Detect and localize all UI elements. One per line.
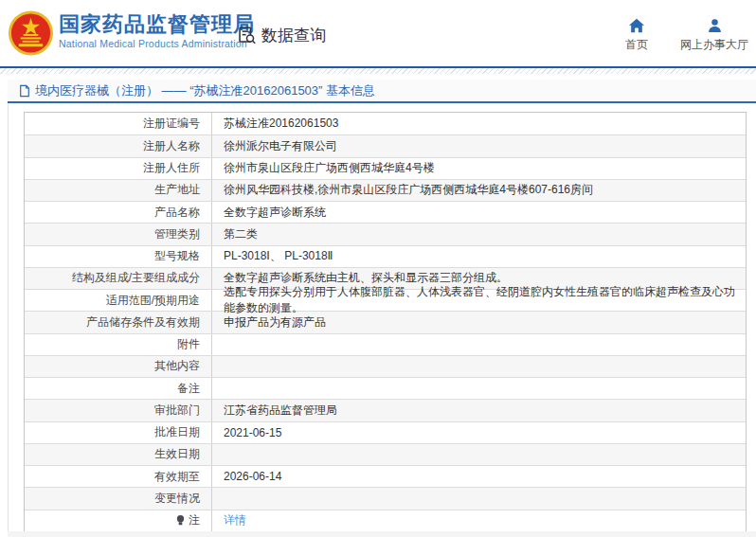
search-document-icon — [237, 26, 257, 45]
table-row: 审批部门江苏省药品监督管理局 — [25, 399, 746, 421]
nav-item-label: 首页 — [625, 37, 648, 53]
nav-item-service-hall[interactable]: 网上办事大厅 — [680, 18, 748, 53]
row-label: 生产地址 — [25, 180, 212, 201]
row-label-text: 批准日期 — [154, 424, 200, 440]
row-value-text: 徐州派尔电子有限公司 — [224, 138, 337, 154]
row-label: 注 — [25, 510, 212, 531]
table-row: 备注 — [25, 377, 746, 399]
table-row: 产品名称全数字超声诊断系统 — [25, 201, 746, 223]
row-value-text: 苏械注准20162061503 — [224, 116, 338, 132]
table-row: 其他内容 — [25, 355, 746, 377]
content-left-border — [8, 80, 9, 537]
row-label: 变更情况 — [25, 488, 212, 509]
row-label-text: 生效日期 — [154, 446, 200, 462]
page-title: 境内医疗器械（注册） —— “苏械注准20162061503” 基本信息 — [35, 82, 375, 99]
row-label: 备注 — [25, 378, 212, 399]
table-row: 生产地址徐州风华园科技楼,徐州市泉山区段庄广场西侧西城华庭4号楼607-616房… — [25, 179, 746, 201]
row-value: 江苏省药品监督管理局 — [212, 400, 746, 421]
row-label: 批准日期 — [25, 422, 212, 443]
national-emblem-logo — [8, 9, 54, 58]
row-label-text: 变更情况 — [154, 491, 200, 507]
row-value: 2026-06-14 — [212, 466, 746, 487]
row-value: 徐州市泉山区段庄广场西侧西城华庭4号楼 — [212, 158, 746, 179]
row-value-text: 2026-06-14 — [224, 470, 281, 483]
row-value: 苏械注准20162061503 — [212, 113, 746, 134]
row-label: 审批部门 — [25, 400, 212, 421]
row-value — [212, 356, 746, 377]
row-value — [212, 444, 746, 465]
row-value: 第二类 — [212, 224, 746, 244]
row-label-text: 注册人名称 — [143, 138, 200, 154]
row-value: 申报产品为有源产品 — [212, 312, 746, 332]
org-name-en: National Medical Products Administration — [59, 38, 255, 49]
row-label-text: 生产地址 — [154, 182, 200, 198]
table-row: 注详情 — [25, 510, 746, 531]
row-label: 管理类别 — [25, 224, 212, 244]
info-table: 注册证编号苏械注准20162061503注册人名称徐州派尔电子有限公司注册人住所… — [24, 112, 747, 532]
bottom-strip — [8, 531, 756, 537]
home-icon — [628, 18, 645, 33]
row-value-text: 2021-06-15 — [224, 426, 281, 439]
row-label-text: 备注 — [177, 381, 200, 397]
breadcrumb: 境内医疗器械（注册） —— “苏械注准20162061503” 基本信息 — [8, 80, 756, 103]
table-row: 适用范围/预期用途选配专用探头分别用于人体腹部脏器、人体浅表器官、经阴道腔内女性… — [25, 289, 746, 311]
row-label-text: 其他内容 — [154, 358, 200, 374]
row-label: 生效日期 — [25, 444, 212, 465]
row-value: 详情 — [212, 510, 746, 531]
row-label-text: 注册人住所 — [143, 160, 200, 176]
row-label-text: 适用范围/预期用途 — [106, 293, 200, 309]
row-value — [212, 378, 746, 399]
row-value: PL-3018Ⅰ、 PL-3018Ⅱ — [212, 246, 746, 267]
table-row: 生效日期 — [25, 443, 746, 465]
row-label: 型号规格 — [25, 246, 212, 267]
row-label-text: 产品储存条件及有效期 — [86, 314, 200, 331]
row-value: 徐州风华园科技楼,徐州市泉山区段庄广场西侧西城华庭4号楼607-616房间 — [212, 180, 746, 201]
row-label-text: 管理类别 — [154, 226, 200, 242]
row-value-text: 徐州市泉山区段庄广场西侧西城华庭4号楼 — [224, 160, 435, 176]
table-row: 附件 — [25, 333, 746, 355]
row-label: 有效期至 — [25, 466, 212, 487]
row-value-text: 全数字超声诊断系统 — [224, 205, 326, 221]
detail-link[interactable]: 详情 — [224, 512, 246, 528]
nav-item-home[interactable]: 首页 — [618, 18, 656, 53]
table-row: 产品储存条件及有效期申报产品为有源产品 — [25, 311, 746, 332]
table-row: 有效期至2026-06-14 — [25, 465, 746, 487]
row-label-text: 审批部门 — [154, 403, 200, 419]
row-label: 注册证编号 — [25, 113, 212, 134]
row-label: 注册人名称 — [25, 135, 212, 156]
row-value-text: 徐州风华园科技楼,徐州市泉山区段庄广场西侧西城华庭4号楼607-616房间 — [224, 182, 593, 198]
table-row: 注册人住所徐州市泉山区段庄广场西侧西城华庭4号楼 — [25, 157, 746, 179]
row-label: 注册人住所 — [25, 158, 212, 179]
org-name-cn: 国家药品监督管理局 — [59, 12, 255, 36]
nav-item-label: 网上办事大厅 — [680, 37, 748, 53]
user-icon — [707, 18, 723, 33]
page: 国家药品监督管理局 National Medical Products Admi… — [0, 0, 756, 537]
document-icon — [19, 84, 30, 98]
data-query-button[interactable]: 数据查询 — [237, 25, 326, 46]
row-label-text: 附件 — [177, 336, 200, 352]
row-label-text: 有效期至 — [154, 469, 200, 485]
row-label-text: 注 — [189, 512, 200, 528]
row-value-text: 第二类 — [224, 226, 258, 242]
striped-band — [0, 68, 756, 74]
header: 国家药品监督管理局 National Medical Products Admi… — [0, 0, 756, 66]
row-label: 适用范围/预期用途 — [25, 290, 212, 311]
table-row: 注册人名称徐州派尔电子有限公司 — [25, 134, 746, 156]
row-value — [212, 334, 746, 355]
table-row: 批准日期2021-06-15 — [25, 421, 746, 443]
row-label: 结构及组成/主要组成成分 — [25, 268, 212, 289]
data-query-label: 数据查询 — [261, 25, 326, 46]
row-label-text: 型号规格 — [154, 248, 200, 264]
row-label-text: 结构及组成/主要组成成分 — [72, 270, 200, 286]
row-value: 徐州派尔电子有限公司 — [212, 135, 746, 156]
row-value: 选配专用探头分别用于人体腹部脏器、人体浅表器官、经阴道腔内女性生殖器官的临床超声… — [212, 290, 746, 311]
table-row: 型号规格PL-3018Ⅰ、 PL-3018Ⅱ — [25, 245, 746, 267]
table-row: 变更情况 — [25, 487, 746, 509]
row-label: 附件 — [25, 334, 212, 355]
row-label-text: 产品名称 — [154, 205, 200, 221]
row-value — [212, 488, 746, 509]
table-row: 管理类别第二类 — [25, 223, 746, 244]
row-label: 产品储存条件及有效期 — [25, 312, 212, 332]
bulb-icon — [175, 514, 186, 527]
row-label-text: 注册证编号 — [143, 116, 200, 132]
